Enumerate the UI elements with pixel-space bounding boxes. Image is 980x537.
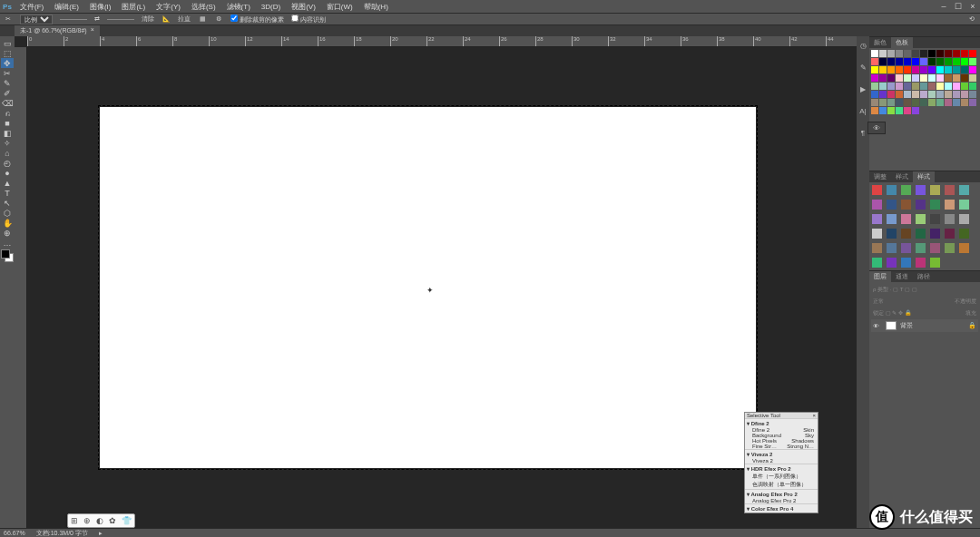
document-tab[interactable]: 未-1 @ 66.7%(RGB/8#) × [15,25,100,36]
swatch[interactable] [879,83,887,90]
popup-section-head[interactable]: ▾ HDR Efex Pro 2 [745,464,818,473]
menu-help[interactable]: 帮助(H) [358,2,394,12]
swatch[interactable] [920,99,927,106]
swatch[interactable] [969,83,976,90]
swatch[interactable] [920,91,927,98]
minimize-button[interactable]: – [936,0,951,13]
style-preset[interactable] [959,185,969,195]
tool-13[interactable]: ● [1,168,14,178]
grid-icon[interactable]: ▦ [198,15,207,24]
swatch[interactable] [904,91,911,98]
swatch[interactable] [969,91,976,98]
menu-window[interactable]: 窗口(W) [321,2,358,12]
brush-icon[interactable]: ✎ [858,62,868,73]
float-item[interactable]: ⊞ [71,516,78,525]
tool-1[interactable]: ⬚ [1,48,14,58]
menu-view[interactable]: 视图(V) [286,2,321,12]
swatch[interactable] [896,66,903,73]
tool-4[interactable]: ✎ [1,78,14,88]
tab-color[interactable]: 颜色 [869,37,891,48]
swatch[interactable] [945,91,952,98]
history-icon[interactable]: ◷ [858,40,868,51]
ratio-select[interactable]: 比例 [20,15,53,24]
swatch[interactable] [928,91,936,98]
swatch[interactable] [887,50,895,57]
swatch[interactable] [896,107,903,114]
style-preset[interactable] [901,185,911,195]
close-button[interactable]: × [965,0,980,13]
swatch-grid[interactable] [869,48,980,116]
tab-channels[interactable]: 通道 [891,271,913,282]
swatch[interactable] [961,83,968,90]
style-preset[interactable] [872,229,882,239]
style-preset[interactable] [872,214,882,224]
tool-8[interactable]: ■ [1,118,14,128]
swatch[interactable] [904,74,911,82]
menu-edit[interactable]: 编辑(E) [49,2,84,12]
style-preset[interactable] [887,200,897,210]
ratio-input-1[interactable] [60,19,87,20]
menu-type[interactable]: 文字(Y) [151,2,186,12]
swatch[interactable] [928,58,936,65]
style-preset[interactable] [916,243,926,253]
menu-image[interactable]: 图像(I) [84,2,117,12]
swatch[interactable] [936,91,944,98]
tool-5[interactable]: ✐ [1,88,14,98]
swatch[interactable] [871,91,878,98]
style-preset[interactable] [930,229,940,239]
style-preset[interactable] [945,200,955,210]
swatch[interactable] [945,50,952,57]
swatch[interactable] [896,74,903,82]
swatch[interactable] [936,50,944,57]
swatch[interactable] [969,66,976,73]
swatch[interactable] [961,50,968,57]
swatch[interactable] [879,91,887,98]
tool-10[interactable]: ✧ [1,138,14,148]
tab-styles-1[interactable]: 样式 [891,171,913,182]
style-preset[interactable] [887,214,897,224]
swatch[interactable] [896,50,903,57]
swatch[interactable] [945,66,952,73]
swatch[interactable] [961,66,968,73]
tool-19[interactable]: ⊕ [1,228,14,238]
style-preset[interactable] [887,185,897,195]
float-item[interactable]: ◐ [96,516,103,525]
swatch[interactable] [936,83,944,90]
style-preset[interactable] [887,243,897,253]
style-preset[interactable] [959,243,969,253]
popup-section-head[interactable]: ▾ Viveza 2 [745,449,818,458]
swatch[interactable] [912,99,919,106]
swatch[interactable] [912,107,919,114]
swatch[interactable] [871,58,878,65]
style-preset[interactable] [916,200,926,210]
style-preset[interactable] [901,229,911,239]
swatch[interactable] [953,83,960,90]
tool-0[interactable]: ▭ [1,38,14,48]
reset-icon[interactable]: ⟲ [967,15,976,24]
swatch[interactable] [920,58,927,65]
swatch[interactable] [969,58,976,65]
menu-file[interactable]: 文件(F) [15,2,49,12]
tool-9[interactable]: ◧ [1,128,14,138]
tool-7[interactable]: ⎌ [1,108,14,118]
swatch[interactable] [896,91,903,98]
style-preset[interactable] [901,214,911,224]
swatch[interactable] [912,74,919,82]
style-preset[interactable] [872,243,882,253]
tab-layers[interactable]: 图层 [869,271,891,282]
float-item[interactable]: ✿ [109,516,116,525]
swatch[interactable] [879,99,887,106]
swatch[interactable] [953,66,960,73]
popup-section-head[interactable]: ▾ Color Efex Pro 4 [745,503,818,513]
tool-17[interactable]: ⬡ [1,208,14,218]
style-preset[interactable] [916,185,926,195]
style-preset[interactable] [887,229,897,239]
style-preset[interactable] [930,200,940,210]
swatch[interactable] [969,50,976,57]
swatch[interactable] [928,50,936,57]
tool-11[interactable]: ⌂ [1,148,14,158]
swatch[interactable] [896,99,903,106]
style-preset[interactable] [901,200,911,210]
swatch[interactable] [871,50,878,57]
style-preset[interactable] [901,258,911,268]
